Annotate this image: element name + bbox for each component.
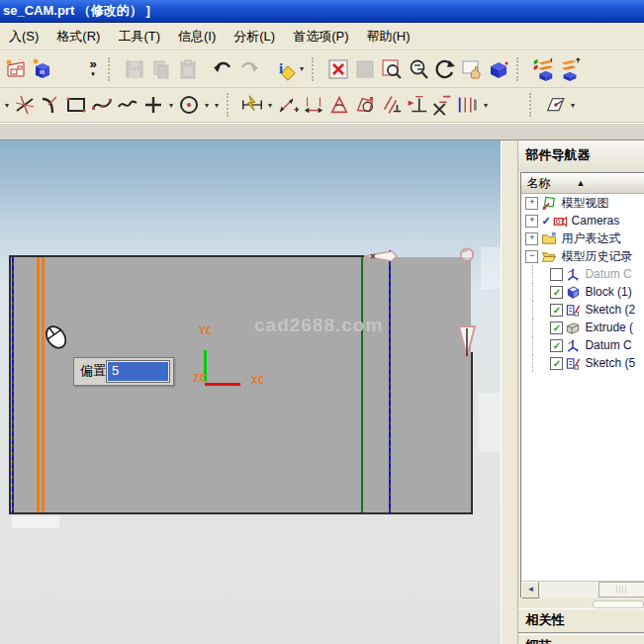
undo-icon[interactable] xyxy=(209,55,235,82)
splitter-grip[interactable] xyxy=(593,600,644,608)
pan-view-icon[interactable] xyxy=(458,55,485,82)
tree-row[interactable]: ✓Extrude ( xyxy=(521,319,644,336)
circle-icon[interactable] xyxy=(176,92,202,118)
dropdown-arrow-icon[interactable]: ▾ xyxy=(2,101,12,110)
dropdown-arrow-icon[interactable]: ▾ xyxy=(568,101,578,110)
block-edge-right[interactable] xyxy=(471,352,473,514)
assembly-sequence-icon[interactable] xyxy=(556,55,583,82)
toolbar-grip[interactable] xyxy=(529,93,537,117)
paste-icon[interactable] xyxy=(174,55,201,82)
zoom-area-icon[interactable] xyxy=(351,55,378,82)
expand-icon[interactable]: + xyxy=(525,232,538,245)
visibility-tick-icon[interactable]: ✓ xyxy=(541,215,550,228)
tree-row[interactable]: +✓Cameras xyxy=(521,212,644,230)
block-edge-bottom[interactable] xyxy=(9,512,473,514)
open-icon[interactable] xyxy=(29,55,55,82)
tree-row[interactable]: Datum C xyxy=(521,265,644,283)
toolbar-grip[interactable] xyxy=(312,57,320,81)
extrude-direction-cone[interactable] xyxy=(456,324,478,364)
dropdown-arrow-icon[interactable]: ▾ xyxy=(202,101,212,110)
panel-splitter[interactable] xyxy=(501,140,518,644)
horizontal-scrollbar[interactable]: ◄ xyxy=(521,581,644,598)
graphics-viewport[interactable]: cad2688.com YC ZC XC 偏置 5 xyxy=(0,140,501,644)
menu-analysis[interactable]: 分析(L) xyxy=(225,24,284,49)
inferred-dimension-icon[interactable] xyxy=(275,92,301,118)
tree-row[interactable]: +用户表达式 xyxy=(521,230,644,247)
save-icon[interactable] xyxy=(121,55,147,82)
auto-dimension-icon[interactable] xyxy=(455,92,481,118)
column-header-name[interactable]: 名称 ▲ xyxy=(521,173,644,194)
toolbar-grip[interactable] xyxy=(227,93,234,117)
scrollbar-thumb[interactable] xyxy=(598,582,644,598)
spline-icon[interactable] xyxy=(115,92,140,118)
tree-row[interactable]: ✓Block (1) xyxy=(521,283,644,301)
parallel-constraint-icon[interactable] xyxy=(378,92,404,118)
offset-input[interactable]: 5 xyxy=(107,361,169,382)
show-no-constraint-icon[interactable] xyxy=(429,92,455,118)
suppress-checkbox[interactable] xyxy=(550,268,563,281)
menu-information[interactable]: 信息(I) xyxy=(169,24,225,49)
info-icon[interactable]: i xyxy=(270,55,297,82)
tree-row[interactable]: ✓Sketch (2 xyxy=(521,301,644,319)
toolbar-overflow-icon[interactable]: »▾ xyxy=(83,59,103,79)
suppress-checkbox[interactable]: ✓ xyxy=(550,322,563,334)
datum-axis-right[interactable] xyxy=(389,250,391,513)
zoom-box-icon[interactable] xyxy=(378,55,405,82)
studio-spline-icon[interactable] xyxy=(89,92,115,118)
toolbar-grip[interactable] xyxy=(108,57,116,81)
highlighted-sketch-line[interactable] xyxy=(37,257,40,512)
sketch-line-green[interactable] xyxy=(361,257,363,512)
menu-format[interactable]: 格式(R) xyxy=(47,24,109,49)
point-icon[interactable] xyxy=(140,92,166,118)
menu-tools[interactable]: 工具(T) xyxy=(109,24,169,49)
angle-dimension-icon[interactable] xyxy=(326,92,352,118)
collapse-icon[interactable]: − xyxy=(525,250,538,263)
menu-preferences[interactable]: 首选项(P) xyxy=(284,24,357,49)
tree-row[interactable]: ✓Datum C xyxy=(521,336,644,354)
tree-row[interactable]: ✓Sketch (5 xyxy=(521,354,644,372)
menu-help[interactable]: 帮助(H) xyxy=(358,24,419,49)
suppress-checkbox[interactable]: ✓ xyxy=(550,357,563,370)
quick-dimension-icon[interactable] xyxy=(239,92,265,118)
direction-arrow-handle[interactable] xyxy=(362,248,400,268)
dropdown-arrow-icon[interactable]: ▾ xyxy=(297,64,307,73)
rotate-view-icon[interactable] xyxy=(431,55,458,82)
expand-icon[interactable]: + xyxy=(525,215,538,228)
title-bar[interactable]: se_CAM.prt （修改的） ] xyxy=(0,0,644,23)
linear-dimension-icon[interactable] xyxy=(301,92,326,118)
copy-icon[interactable] xyxy=(147,55,174,82)
dropdown-arrow-icon[interactable]: ▾ xyxy=(212,101,222,110)
datum-axis-left[interactable] xyxy=(12,257,14,512)
highlighted-sketch-line[interactable] xyxy=(42,257,45,512)
fillet-icon[interactable] xyxy=(38,92,63,118)
assembly-constraints-icon[interactable] xyxy=(529,55,556,82)
suppress-checkbox[interactable]: ✓ xyxy=(550,304,563,317)
zoom-in-out-icon[interactable] xyxy=(405,55,431,82)
profile-icon[interactable] xyxy=(12,92,38,118)
section-details[interactable]: 细节 xyxy=(518,634,644,644)
redo-icon[interactable] xyxy=(235,55,262,82)
fit-view-icon[interactable] xyxy=(324,55,351,82)
origin-point-handle[interactable] xyxy=(458,246,476,267)
perspective-view-icon[interactable] xyxy=(485,55,511,82)
menu-insert[interactable]: 入(S) xyxy=(0,24,47,49)
sort-ascending-icon[interactable]: ▲ xyxy=(576,178,585,188)
block-edge-left[interactable] xyxy=(9,255,11,514)
toolbar-grip[interactable] xyxy=(516,57,524,81)
sketch-plane-icon[interactable] xyxy=(542,92,568,118)
tree-row[interactable]: +模型视图 xyxy=(521,194,644,212)
perpendicular-constraint-icon[interactable] xyxy=(404,92,429,118)
tree-row[interactable]: −模型历史记录 xyxy=(521,247,644,265)
expand-icon[interactable]: + xyxy=(525,197,538,210)
dropdown-arrow-icon[interactable]: ▾ xyxy=(166,101,176,110)
suppress-checkbox[interactable]: ✓ xyxy=(550,339,563,352)
scroll-left-icon[interactable]: ◄ xyxy=(521,582,539,598)
block-edge-top[interactable] xyxy=(9,255,370,257)
section-dependencies[interactable]: 相关性 xyxy=(518,608,644,633)
suppress-checkbox[interactable]: ✓ xyxy=(550,286,563,299)
perimeter-dimension-icon[interactable] xyxy=(352,92,378,118)
new-part-icon[interactable] xyxy=(2,55,29,82)
dropdown-arrow-icon[interactable]: ▾ xyxy=(481,101,491,110)
rectangle-icon[interactable] xyxy=(63,92,89,118)
dropdown-arrow-icon[interactable]: ▾ xyxy=(265,101,275,110)
